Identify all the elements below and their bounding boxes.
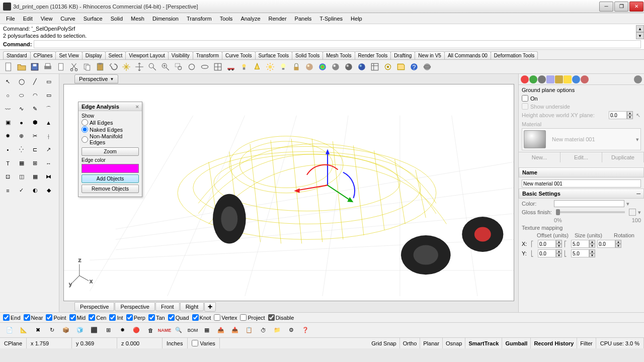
bb-icon[interactable]: 📋: [243, 324, 256, 337]
bb-icon[interactable]: ⬛: [88, 324, 101, 337]
mirror-icon[interactable]: ⧓: [42, 170, 55, 184]
check-icon[interactable]: ✓: [15, 184, 28, 197]
collapse-icon[interactable]: ─: [636, 191, 640, 197]
bb-icon[interactable]: 📁: [271, 324, 284, 337]
render-sphere5-icon[interactable]: [355, 61, 368, 73]
chevron-down-icon[interactable]: ▾: [626, 201, 629, 207]
menu-tsplines[interactable]: T-Splines: [315, 15, 347, 23]
join-icon[interactable]: ⊕: [15, 129, 28, 143]
edge-panel-close[interactable]: ×: [136, 104, 139, 110]
array2-icon[interactable]: ▦: [28, 170, 42, 184]
layer-icon[interactable]: ≡: [1, 184, 15, 197]
rect-icon[interactable]: ▭: [42, 88, 55, 102]
dup-material-button[interactable]: Duplicate: [602, 152, 644, 162]
status-varies[interactable]: Varies: [188, 338, 220, 348]
arc-icon[interactable]: ◠: [28, 88, 42, 102]
menu-curve[interactable]: Curve: [56, 15, 79, 23]
viewport-name-tab[interactable]: Perspective ▼: [74, 74, 118, 83]
bb-name-icon[interactable]: NAME: [158, 324, 171, 337]
lasso-icon[interactable]: ◯: [15, 75, 28, 88]
viewport[interactable]: z x y Edge Analysis× Show All Edges Nake…: [63, 84, 514, 301]
toggle-record-history[interactable]: Record History: [531, 338, 577, 348]
osnap-point[interactable]: Point: [46, 314, 66, 321]
interp-icon[interactable]: ∿: [15, 102, 28, 116]
bb-icon[interactable]: 📄: [3, 324, 16, 337]
move-icon[interactable]: [133, 61, 146, 73]
tab-mesh-tools[interactable]: Mesh Tools: [323, 51, 355, 59]
bb-icon[interactable]: ⊞: [102, 324, 115, 337]
menu-dimension[interactable]: Dimension: [148, 15, 183, 23]
light-icon[interactable]: [237, 61, 251, 73]
ellipse-icon[interactable]: ⬭: [15, 88, 28, 102]
osnap-perp[interactable]: Perp: [126, 314, 145, 321]
zoom-selected-icon[interactable]: [185, 61, 198, 73]
sun-icon[interactable]: [264, 61, 277, 73]
osnap-vertex[interactable]: Vertex: [214, 314, 237, 321]
osnap-knot[interactable]: Knot: [192, 314, 211, 321]
panel-tab-icon[interactable]: [564, 75, 572, 83]
properties-icon[interactable]: [368, 61, 381, 73]
dim-icon[interactable]: ↔: [42, 156, 55, 170]
opt-naked-edges[interactable]: Naked Edges: [82, 126, 139, 133]
cylinder-icon[interactable]: ⬢: [28, 116, 42, 129]
options-icon[interactable]: [381, 61, 394, 73]
ground-on-checkbox[interactable]: On: [522, 95, 641, 102]
array-icon[interactable]: ⊞: [28, 156, 42, 170]
bb-icon[interactable]: ⚙: [285, 324, 298, 337]
pan-icon[interactable]: [120, 61, 133, 73]
bb-bom-icon[interactable]: BOM: [186, 324, 199, 337]
toggle-ortho[interactable]: Ortho: [400, 338, 421, 348]
copy-clipboard-icon[interactable]: [54, 61, 67, 73]
osnap-quad[interactable]: Quad: [168, 314, 189, 321]
offset-y-input[interactable]: [538, 249, 556, 257]
menu-mesh[interactable]: Mesh: [127, 15, 148, 23]
vtab-perspective[interactable]: Perspective: [74, 302, 114, 311]
menu-render[interactable]: Render: [265, 15, 291, 23]
gloss-swatch[interactable]: [629, 209, 636, 216]
zoom-extents-icon[interactable]: [159, 61, 172, 73]
lightbulb-icon[interactable]: [277, 61, 290, 73]
bb-icon[interactable]: 📦: [59, 324, 72, 337]
points-on-icon[interactable]: ⁛: [15, 143, 28, 156]
tab-new-v5[interactable]: New in V5: [415, 51, 445, 59]
layers-icon[interactable]: [394, 61, 408, 73]
osnap-tan[interactable]: Tan: [148, 314, 165, 321]
toggle-planar[interactable]: Planar: [420, 338, 443, 348]
sphere-tool-icon[interactable]: ●: [15, 116, 28, 129]
extend-icon[interactable]: ↗: [42, 143, 55, 156]
panel-tab-icon[interactable]: [521, 75, 529, 83]
menu-solid[interactable]: Solid: [107, 15, 127, 23]
tab-deformation[interactable]: Deformation Tools: [491, 51, 538, 59]
lock-icon[interactable]: [290, 61, 303, 73]
chevron-down-icon[interactable]: ▼: [110, 77, 114, 81]
save-icon[interactable]: [28, 61, 41, 73]
car-icon[interactable]: [224, 61, 237, 73]
menu-tools[interactable]: Tools: [216, 15, 237, 23]
rot-x-input[interactable]: [597, 240, 615, 248]
render-sphere4-icon[interactable]: [342, 61, 355, 73]
undo-icon[interactable]: [107, 61, 120, 73]
osnap-project[interactable]: Project: [240, 314, 265, 321]
osnap-disable[interactable]: Disable: [268, 314, 294, 321]
show-underside-checkbox[interactable]: Show underside: [522, 103, 641, 110]
panel-tab-icon[interactable]: [529, 75, 537, 83]
vtab-perspective2[interactable]: Perspective: [115, 302, 154, 311]
paste-icon[interactable]: [94, 61, 107, 73]
gloss-slider[interactable]: [556, 211, 625, 213]
toggle-osnap[interactable]: Osnap: [443, 338, 465, 348]
osnap-end[interactable]: End: [3, 314, 21, 321]
maximize-button[interactable]: ❐: [614, 2, 628, 12]
web-icon[interactable]: [421, 61, 434, 73]
copy-icon[interactable]: [80, 61, 94, 73]
arrow-icon[interactable]: ↖: [1, 75, 15, 88]
tab-setview[interactable]: Set View: [55, 51, 82, 59]
tab-select[interactable]: Select: [105, 51, 126, 59]
split-icon[interactable]: ⟊: [42, 129, 55, 143]
material-name-input[interactable]: [522, 179, 641, 188]
bb-icon[interactable]: ⏱: [257, 324, 270, 337]
bb-icon[interactable]: 🔴: [130, 324, 143, 337]
menu-view[interactable]: View: [37, 15, 57, 23]
rect-select-icon[interactable]: ▭: [42, 75, 55, 88]
opt-nonman-edges[interactable]: Non-Manifold Edges: [82, 133, 139, 145]
toggle-filter[interactable]: Filter: [577, 338, 596, 348]
